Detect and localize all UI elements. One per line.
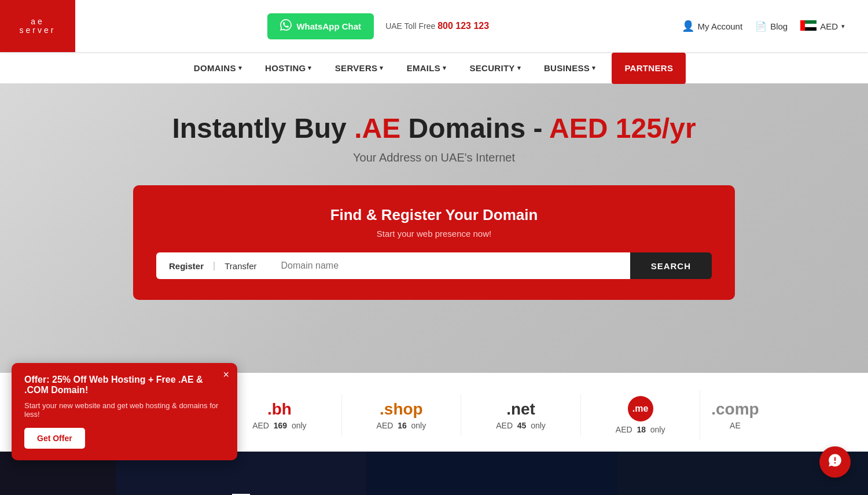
domain-box-subtitle: Start your web presence now! bbox=[156, 229, 712, 239]
hero-title-price: AED 125/yr bbox=[549, 113, 696, 144]
offer-popup: × Offer: 25% Off Web Hosting + Free .AE … bbox=[12, 363, 237, 460]
whatsapp-chat-button[interactable]: WhatsApp Chat bbox=[267, 13, 374, 39]
main-nav: DOMAINS ▾ HOSTING ▾ SERVERS ▾ EMAILS ▾ S… bbox=[0, 52, 868, 83]
ext-name-company: .comp bbox=[711, 400, 759, 419]
hero-title-start: Instantly Buy bbox=[172, 113, 354, 144]
hero-title-middle: Domains - bbox=[400, 113, 549, 144]
offer-popup-close-button[interactable]: × bbox=[223, 369, 229, 381]
domain-tabs: Register | Transfer bbox=[156, 252, 269, 279]
offer-popup-text: Start your new website and get web hosti… bbox=[24, 401, 225, 419]
ext-name-shop: .shop bbox=[380, 400, 423, 419]
extension-net[interactable]: .net AED 45 only bbox=[461, 394, 581, 436]
nav-item-security[interactable]: SECURITY ▾ bbox=[458, 53, 532, 84]
card-overlay-3 bbox=[366, 452, 617, 495]
ext-price-net: AED 45 only bbox=[496, 421, 546, 430]
cloud-icon: ☁ bbox=[477, 493, 506, 495]
blog-icon: 📄 bbox=[755, 21, 767, 32]
wordpress-icon: ⊕ bbox=[730, 493, 755, 495]
header: ae server WhatsApp Chat UAE Toll Free 80… bbox=[0, 0, 868, 52]
ext-price-shop: AED 16 only bbox=[377, 421, 426, 430]
toll-free-label: UAE Toll Free bbox=[385, 21, 435, 31]
domain-search-box: Find & Register Your Domain Start your w… bbox=[133, 185, 735, 300]
extension-company[interactable]: .comp AE bbox=[700, 394, 770, 436]
ext-name-bh: .bh bbox=[267, 400, 292, 419]
blog-label: Blog bbox=[770, 21, 788, 31]
ext-price-bh: AED 169 only bbox=[252, 421, 306, 430]
domains-chevron-icon: ▾ bbox=[238, 64, 242, 72]
nav-item-domains[interactable]: DOMAINS ▾ bbox=[182, 53, 253, 84]
blog-button[interactable]: 📄 Blog bbox=[755, 21, 788, 32]
ext-price-company: AE bbox=[730, 421, 741, 430]
extension-me[interactable]: .me AED 18 only bbox=[581, 390, 701, 440]
hosting-card-cloud[interactable]: ☁ bbox=[366, 452, 617, 495]
tab-register[interactable]: Register bbox=[160, 254, 213, 278]
hero-content: Instantly Buy .AE Domains - AED 125/yr Y… bbox=[0, 112, 868, 300]
ext-name-net: .net bbox=[506, 400, 535, 419]
security-chevron-icon: ▾ bbox=[517, 64, 521, 72]
user-icon: 👤 bbox=[682, 20, 694, 32]
currency-selector[interactable]: AED ▾ bbox=[800, 20, 845, 32]
chat-bubble-icon bbox=[827, 453, 843, 471]
web-hosting-icon: 🗄 bbox=[227, 493, 256, 495]
nav-item-hosting[interactable]: HOSTING ▾ bbox=[253, 53, 323, 84]
me-circle-icon: .me bbox=[628, 396, 653, 421]
tab-transfer[interactable]: Transfer bbox=[215, 254, 266, 278]
chat-bubble-button[interactable] bbox=[819, 446, 851, 478]
flag-icon bbox=[800, 20, 816, 32]
hero-title: Instantly Buy .AE Domains - AED 125/yr bbox=[0, 112, 868, 144]
whatsapp-chat-label: WhatsApp Chat bbox=[296, 21, 361, 31]
logo-line1: ae bbox=[20, 17, 56, 26]
my-account-label: My Account bbox=[698, 21, 743, 31]
business-chevron-icon: ▾ bbox=[592, 64, 595, 72]
ext-price-me: AED 18 only bbox=[616, 425, 665, 434]
svg-rect-3 bbox=[800, 20, 805, 31]
offer-popup-title: Offer: 25% Off Web Hosting + Free .AE & … bbox=[24, 375, 225, 395]
nav-item-servers[interactable]: SERVERS ▾ bbox=[323, 53, 395, 84]
hero-title-ae: .AE bbox=[354, 113, 400, 144]
emails-chevron-icon: ▾ bbox=[443, 64, 446, 72]
partial-card-icon: ⊕ bbox=[46, 493, 70, 495]
currency-label: AED bbox=[820, 21, 838, 31]
header-right: 👤 My Account 📄 Blog AED ▾ bbox=[682, 20, 845, 32]
get-offer-button[interactable]: Get Offer bbox=[24, 428, 85, 449]
extension-shop[interactable]: .shop AED 16 only bbox=[342, 394, 462, 436]
whatsapp-icon bbox=[280, 19, 292, 34]
nav-item-partners[interactable]: PARTNERS bbox=[612, 53, 686, 84]
servers-chevron-icon: ▾ bbox=[380, 64, 383, 72]
domain-search-row: Register | Transfer SEARCH bbox=[156, 252, 712, 279]
currency-chevron-icon: ▾ bbox=[841, 23, 845, 30]
my-account-button[interactable]: 👤 My Account bbox=[682, 20, 743, 32]
hosting-chevron-icon: ▾ bbox=[308, 64, 311, 72]
domain-box-title: Find & Register Your Domain bbox=[156, 206, 712, 224]
hero-section: Instantly Buy .AE Domains - AED 125/yr Y… bbox=[0, 83, 868, 373]
logo[interactable]: ae server bbox=[0, 0, 75, 52]
toll-free-number: 800 123 123 bbox=[437, 21, 489, 31]
search-button[interactable]: SEARCH bbox=[630, 252, 712, 279]
toll-free-info: UAE Toll Free 800 123 123 bbox=[385, 21, 489, 31]
hero-subtitle: Your Address on UAE's Internet bbox=[0, 151, 868, 164]
nav-item-emails[interactable]: EMAILS ▾ bbox=[395, 53, 458, 84]
nav-item-business[interactable]: BUSINESS ▾ bbox=[532, 53, 607, 84]
domain-name-input[interactable] bbox=[269, 252, 630, 279]
logo-line2: server bbox=[20, 26, 56, 35]
header-center: WhatsApp Chat UAE Toll Free 800 123 123 bbox=[75, 13, 682, 39]
